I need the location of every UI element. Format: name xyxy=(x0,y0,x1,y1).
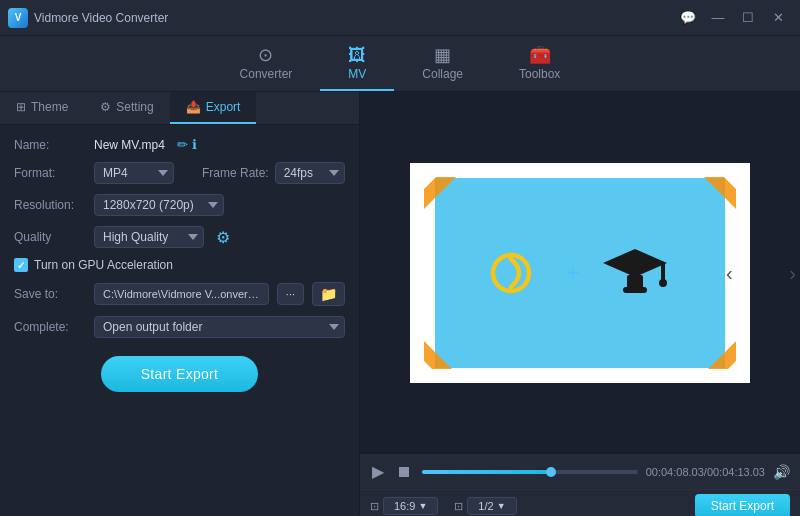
quality-label: Quality xyxy=(14,230,86,244)
quality-row: Quality High Quality Medium Quality Low … xyxy=(14,226,345,248)
complete-row: Complete: Open output folder Do nothing … xyxy=(14,316,345,338)
vid-logo-group xyxy=(489,249,547,297)
vidmore-logo-svg xyxy=(489,249,547,297)
resolution-row: Resolution: 1280x720 (720p) 1920x1080 (1… xyxy=(14,194,345,216)
player-controls: ▶ ⏹ 00:04:08.03/00:04:13.03 🔊 xyxy=(360,453,800,489)
page-count-group: ⊡ 1/2 ▼ xyxy=(454,497,516,515)
app-logo: V xyxy=(8,8,28,28)
open-folder-btn[interactable]: 📁 xyxy=(312,282,345,306)
right-panel: + xyxy=(360,92,800,516)
page-count-button[interactable]: 1/2 ▼ xyxy=(467,497,516,515)
sub-tab-setting-label: Setting xyxy=(116,100,153,114)
quality-select[interactable]: High Quality Medium Quality Low Quality … xyxy=(94,226,204,248)
plus-sign: + xyxy=(567,260,580,286)
quality-gear-icon[interactable]: ⚙ xyxy=(216,228,230,247)
name-label: Name: xyxy=(14,138,86,152)
main-content: ⊞ Theme ⚙ Setting 📤 Export Name: New MV.… xyxy=(0,92,800,516)
edit-name-icon[interactable]: ✏ xyxy=(177,137,188,152)
save-to-label: Save to: xyxy=(14,287,86,301)
page-count-chevron: ▼ xyxy=(497,501,506,511)
name-row: Name: New MV.mp4 ✏ ℹ xyxy=(14,137,345,152)
aspect-ratio-chevron: ▼ xyxy=(418,501,427,511)
svg-rect-2 xyxy=(627,275,643,289)
info-icon[interactable]: ℹ xyxy=(192,137,197,152)
stop-icon: ⏹ xyxy=(396,463,412,481)
titlebar-minimize-btn[interactable]: — xyxy=(704,7,732,29)
play-icon: ▶ xyxy=(372,462,384,481)
progress-knob[interactable] xyxy=(546,467,556,477)
titlebar: V Vidmore Video Converter 💬 — ☐ ✕ xyxy=(0,0,800,36)
tab-mv-label: MV xyxy=(348,67,366,81)
sub-tabs: ⊞ Theme ⚙ Setting 📤 Export xyxy=(0,92,359,125)
svg-point-5 xyxy=(659,279,667,287)
collage-icon: ▦ xyxy=(434,46,451,64)
toolbox-icon: 🧰 xyxy=(529,46,551,64)
titlebar-controls: 💬 — ☐ ✕ xyxy=(674,7,792,29)
gpu-checkbox[interactable] xyxy=(14,258,28,272)
frame-rate-label: Frame Rate: xyxy=(202,166,269,180)
titlebar-close-btn[interactable]: ✕ xyxy=(764,7,792,29)
start-export-left-button[interactable]: Start Export xyxy=(101,356,259,392)
app-title: Vidmore Video Converter xyxy=(34,11,168,25)
prev-arrow[interactable]: ‹ xyxy=(726,261,733,284)
sub-tab-export-label: Export xyxy=(206,100,241,114)
aspect-ratio-group: ⊡ 16:9 ▼ xyxy=(370,497,438,515)
tab-converter[interactable]: ⊙ Converter xyxy=(212,40,321,91)
sub-tab-setting[interactable]: ⚙ Setting xyxy=(84,92,169,124)
save-path: C:\Vidmore\Vidmore V...onverter\MV Expor… xyxy=(94,283,269,305)
next-arrow[interactable]: › xyxy=(789,261,796,284)
tab-collage[interactable]: ▦ Collage xyxy=(394,40,491,91)
svg-rect-3 xyxy=(623,287,647,293)
left-panel: ⊞ Theme ⚙ Setting 📤 Export Name: New MV.… xyxy=(0,92,360,516)
mv-icon: 🖼 xyxy=(348,46,366,64)
player-controls2: ⊡ 16:9 ▼ ⊡ 1/2 ▼ Start Export xyxy=(360,489,800,516)
page-icon: ⊡ xyxy=(454,500,463,513)
grad-cap-svg xyxy=(599,241,671,305)
gpu-label: Turn on GPU Acceleration xyxy=(34,258,173,272)
start-export-right-button[interactable]: Start Export xyxy=(695,494,790,516)
play-button[interactable]: ▶ xyxy=(370,460,386,483)
aspect-ratio-icon: ⊡ xyxy=(370,500,379,513)
volume-icon: 🔊 xyxy=(773,464,790,480)
resolution-label: Resolution: xyxy=(14,198,86,212)
format-row: Format: MP4 AVI MOV MKV Frame Rate: 24fp… xyxy=(14,162,345,184)
time-display: 00:04:08.03/00:04:13.03 xyxy=(646,466,765,478)
video-frame-inner: + xyxy=(435,178,725,368)
save-to-row: Save to: C:\Vidmore\Vidmore V...onverter… xyxy=(14,282,345,306)
video-preview: + xyxy=(410,163,750,383)
sub-tab-export[interactable]: 📤 Export xyxy=(170,92,257,124)
svg-marker-1 xyxy=(603,249,667,277)
export-icon: 📤 xyxy=(186,100,201,114)
complete-select[interactable]: Open output folder Do nothing Shut down … xyxy=(94,316,345,338)
settings-form: Name: New MV.mp4 ✏ ℹ Format: MP4 AVI MOV… xyxy=(0,125,359,516)
titlebar-maximize-btn[interactable]: ☐ xyxy=(734,7,762,29)
save-path-btn[interactable]: ··· xyxy=(277,283,304,305)
format-label: Format: xyxy=(14,166,86,180)
titlebar-left: V Vidmore Video Converter xyxy=(8,8,168,28)
tab-converter-label: Converter xyxy=(240,67,293,81)
stop-button[interactable]: ⏹ xyxy=(394,461,414,483)
aspect-ratio-button[interactable]: 16:9 ▼ xyxy=(383,497,438,515)
sub-tab-theme[interactable]: ⊞ Theme xyxy=(0,92,84,124)
page-count-label: 1/2 xyxy=(478,500,493,512)
aspect-ratio-label: 16:9 xyxy=(394,500,415,512)
titlebar-chat-btn[interactable]: 💬 xyxy=(674,7,702,29)
svg-rect-4 xyxy=(661,263,665,281)
converter-icon: ⊙ xyxy=(258,46,273,64)
format-select[interactable]: MP4 AVI MOV MKV xyxy=(94,162,174,184)
setting-icon: ⚙ xyxy=(100,100,111,114)
resolution-select[interactable]: 1280x720 (720p) 1920x1080 (1080p) 854x48… xyxy=(94,194,224,216)
tab-mv[interactable]: 🖼 MV xyxy=(320,40,394,91)
name-icons: ✏ ℹ xyxy=(177,137,197,152)
preview-area: + xyxy=(360,92,800,453)
sub-tab-theme-label: Theme xyxy=(31,100,68,114)
volume-button[interactable]: 🔊 xyxy=(773,464,790,480)
video-frame: + xyxy=(410,163,750,383)
tab-toolbox[interactable]: 🧰 Toolbox xyxy=(491,40,588,91)
complete-label: Complete: xyxy=(14,320,86,334)
progress-bar[interactable] xyxy=(422,470,638,474)
fps-select[interactable]: 24fps 25fps 30fps 60fps xyxy=(275,162,345,184)
gpu-row: Turn on GPU Acceleration xyxy=(14,258,345,272)
tab-toolbox-label: Toolbox xyxy=(519,67,560,81)
theme-icon: ⊞ xyxy=(16,100,26,114)
